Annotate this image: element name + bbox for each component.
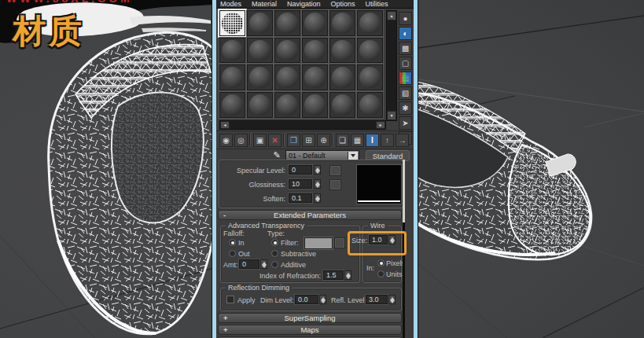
generate-preview-icon[interactable]: ▧: [399, 86, 412, 100]
soften-spinner[interactable]: [314, 193, 321, 203]
index-of-refraction-spinner[interactable]: [344, 270, 351, 280]
sphere-preview: [359, 13, 381, 34]
select-by-material-icon[interactable]: ➤: [399, 116, 412, 130]
make-material-copy-icon[interactable]: ❐: [287, 134, 300, 147]
material-editor-window: Modes Material Navigation Options Utilit…: [212, 0, 418, 338]
rollout-supersampling[interactable]: + SuperSampling: [218, 313, 402, 323]
material-sample-slot[interactable]: [274, 10, 300, 36]
type-additive-radio[interactable]: [271, 261, 278, 268]
show-background-icon[interactable]: ❏: [336, 134, 349, 147]
menu-options[interactable]: Options: [331, 0, 355, 8]
wire-in-units-label[interactable]: Units: [386, 270, 403, 278]
amt-field[interactable]: 0: [239, 259, 259, 269]
scroll-down-button[interactable]: ▾: [387, 111, 396, 120]
wire-in-pixels-radio[interactable]: [377, 259, 385, 266]
material-sample-slot[interactable]: [274, 92, 300, 118]
apply-label[interactable]: Apply: [237, 296, 256, 304]
wire-size-field[interactable]: 1.0: [369, 235, 388, 244]
material-sample-slot[interactable]: [247, 92, 273, 118]
pick-material-eyedropper-icon[interactable]: ✎: [271, 149, 282, 160]
material-sample-slot[interactable]: [219, 64, 245, 90]
filter-color-swatch[interactable]: [304, 237, 333, 249]
refl-level-field[interactable]: 3.0: [366, 295, 388, 304]
backlight-icon[interactable]: ◐: [399, 27, 412, 40]
type-filter-radio[interactable]: [271, 239, 278, 246]
material-sample-slot[interactable]: [302, 92, 328, 118]
material-sample-slot[interactable]: [357, 64, 383, 90]
put-material-to-scene-icon[interactable]: ◎: [234, 134, 248, 147]
material-sample-slot[interactable]: [329, 64, 355, 90]
palette-vertical-scrollbar[interactable]: ▴ ▾: [386, 10, 397, 121]
material-sample-slot[interactable]: [247, 38, 273, 64]
apply-checkbox[interactable]: [226, 296, 234, 303]
scroll-right-button[interactable]: ▸: [376, 121, 385, 129]
menu-modes[interactable]: Modes: [220, 0, 241, 8]
wire-size-spinner[interactable]: [388, 235, 396, 244]
sample-type-sphere-icon[interactable]: ●: [399, 12, 412, 25]
video-color-check-icon[interactable]: ▤: [399, 72, 412, 85]
type-subtractive-radio[interactable]: [271, 250, 278, 257]
material-sample-slot[interactable]: [357, 92, 383, 118]
put-to-library-icon[interactable]: ⊞: [302, 134, 315, 147]
scroll-up-button[interactable]: ▴: [387, 11, 396, 20]
dim-level-field[interactable]: 0.0: [295, 295, 318, 304]
material-sample-slot[interactable]: [302, 38, 328, 64]
filter-map-button[interactable]: [334, 237, 345, 248]
falloff-in-label[interactable]: In: [238, 239, 245, 247]
material-sample-slot[interactable]: [219, 38, 245, 64]
soften-field[interactable]: 0.1: [289, 193, 312, 203]
material-sample-slot[interactable]: [329, 38, 355, 64]
material-id-channel-icon[interactable]: ⊕: [317, 134, 330, 147]
menu-material[interactable]: Material: [252, 0, 277, 8]
material-editor-options-icon[interactable]: ✱: [399, 101, 412, 115]
type-filter-label[interactable]: Filter:: [281, 239, 299, 247]
wire-in-units-radio[interactable]: [377, 270, 385, 277]
get-material-icon[interactable]: ◉: [219, 134, 233, 147]
glossiness-spinner[interactable]: [314, 179, 321, 189]
type-additive-label[interactable]: Additive: [281, 261, 306, 269]
reset-map-icon[interactable]: ✕: [268, 134, 282, 147]
material-sample-slot[interactable]: [247, 64, 273, 90]
index-of-refraction-field[interactable]: 1.5: [323, 270, 344, 280]
material-sample-slot[interactable]: [357, 38, 383, 64]
glossiness-map-button[interactable]: [329, 179, 341, 190]
chevron-down-icon[interactable]: [348, 152, 358, 160]
falloff-out-label[interactable]: Out: [238, 250, 250, 258]
menu-utilities[interactable]: Utilities: [366, 0, 388, 8]
specular-level-map-button[interactable]: [329, 165, 341, 176]
material-sample-slot[interactable]: [274, 38, 300, 64]
material-sample-slot[interactable]: [274, 64, 300, 90]
specular-level-spinner[interactable]: [314, 165, 321, 175]
dim-level-spinner[interactable]: [319, 295, 326, 304]
panel-scrollbar-thumb[interactable]: [403, 160, 405, 222]
sample-uv-tiling-icon[interactable]: ▢: [399, 57, 412, 70]
material-sample-slot[interactable]: [357, 10, 383, 36]
scroll-left-button[interactable]: ◂: [220, 121, 230, 129]
material-sample-slot[interactable]: [302, 64, 328, 90]
amt-spinner[interactable]: [260, 259, 267, 269]
show-end-result-icon[interactable]: I: [366, 134, 379, 147]
material-sample-slot[interactable]: [329, 92, 355, 118]
background-checker-icon[interactable]: ▩: [399, 42, 412, 55]
material-sample-slot[interactable]: [302, 10, 328, 36]
palette-horizontal-scrollbar[interactable]: ◂ ▸: [219, 120, 386, 130]
falloff-in-radio[interactable]: [229, 239, 236, 246]
refl-level-spinner[interactable]: [388, 295, 396, 304]
assign-material-to-selection-icon[interactable]: ▣: [253, 134, 267, 147]
type-subtractive-label[interactable]: Subtractive: [281, 250, 316, 258]
glossiness-field[interactable]: 10: [289, 179, 312, 189]
specular-level-label: Specular Level:: [218, 167, 285, 175]
material-sample-slot[interactable]: [329, 10, 355, 36]
rollout-extended-parameters[interactable]: - Extended Parameters: [218, 210, 402, 220]
left-shoe-model: [49, 32, 229, 333]
go-forward-to-sibling-icon[interactable]: →: [396, 134, 409, 147]
rollout-maps[interactable]: + Maps: [218, 325, 402, 335]
go-to-parent-icon[interactable]: ↑: [381, 134, 394, 147]
menu-navigation[interactable]: Navigation: [287, 0, 321, 8]
material-sample-slot[interactable]: [247, 10, 273, 36]
show-shaded-material-in-viewport-icon[interactable]: ▦: [351, 134, 364, 147]
falloff-out-radio[interactable]: [229, 250, 236, 257]
material-sample-slot[interactable]: [219, 92, 245, 118]
specular-level-field[interactable]: 0: [289, 165, 312, 175]
material-sample-slot-selected[interactable]: [219, 10, 245, 36]
